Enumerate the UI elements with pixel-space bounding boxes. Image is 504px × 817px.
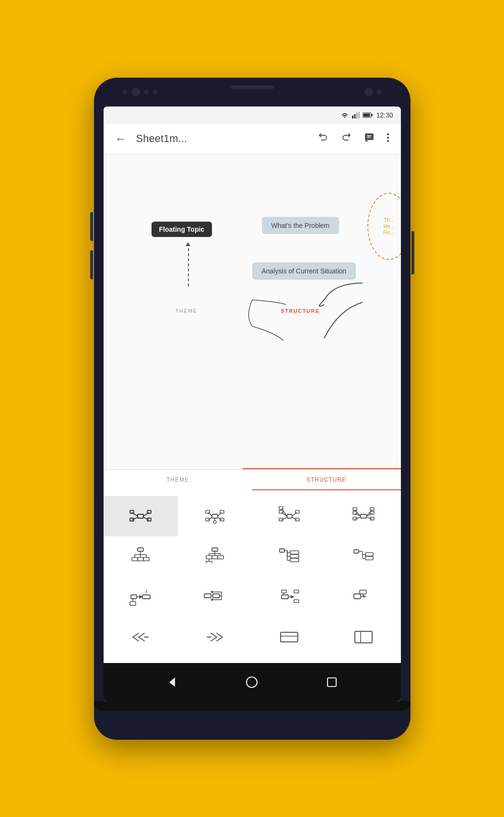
nav-recent-button[interactable] — [322, 673, 341, 692]
phone-speaker — [231, 85, 274, 89]
signal-icon — [352, 112, 360, 118]
format-button[interactable] — [360, 128, 379, 150]
svg-rect-135 — [328, 678, 336, 687]
theme-tab-label: THEME — [176, 308, 198, 314]
svg-rect-3 — [359, 112, 360, 118]
icon-cell-mindmap-2[interactable] — [178, 496, 252, 536]
more-options-button[interactable] — [383, 128, 393, 150]
front-camera — [364, 88, 373, 96]
nav-home-button[interactable] — [242, 673, 261, 692]
svg-rect-1 — [354, 114, 356, 118]
icon-cell-tree-4[interactable] — [327, 536, 401, 577]
icon-cell-arrow-left[interactable] — [104, 617, 178, 657]
icon-cell-tree-1[interactable] — [104, 536, 178, 577]
dot-4 — [377, 90, 382, 95]
volume-up-button[interactable] — [90, 212, 93, 241]
status-time: 12:30 — [376, 111, 393, 119]
floating-topic-node[interactable]: Floating Topic — [152, 222, 212, 237]
problem-node[interactable]: What's the Problem — [262, 217, 340, 234]
svg-rect-91 — [354, 550, 359, 553]
svg-rect-23 — [212, 514, 218, 518]
icon-cell-tree-3[interactable] — [252, 536, 327, 577]
phone-screen: 12:30 ← Sheet1m... — [104, 107, 401, 701]
svg-rect-105 — [204, 594, 211, 598]
status-bar: 12:30 — [104, 107, 401, 124]
icon-cell-panel-1[interactable] — [252, 617, 327, 657]
svg-line-24 — [208, 512, 212, 516]
phone-top-bar — [94, 78, 410, 107]
nav-back-button[interactable] — [163, 673, 182, 692]
bottom-nav — [104, 663, 401, 701]
svg-point-11 — [387, 133, 388, 135]
hub-text-2: Ide... — [383, 224, 394, 229]
dot-1 — [123, 90, 128, 95]
svg-rect-118 — [281, 590, 286, 593]
dot-3 — [152, 90, 157, 95]
svg-line-36 — [281, 517, 287, 520]
svg-rect-107 — [213, 594, 220, 598]
svg-rect-115 — [281, 595, 288, 599]
phone-frame: 12:30 ← Sheet1m... — [94, 78, 410, 740]
wifi-icon — [340, 112, 349, 118]
svg-rect-122 — [354, 594, 361, 599]
icon-cell-tree-2[interactable] — [178, 536, 252, 577]
svg-rect-97 — [365, 557, 373, 560]
icon-cell-mindmap-4[interactable] — [327, 496, 401, 536]
icon-cell-panel-2[interactable] — [327, 617, 401, 657]
camera-dot — [131, 88, 140, 96]
icon-cell-flow-4[interactable] — [327, 577, 401, 617]
document-title: Sheet1m... — [136, 132, 308, 145]
redo-button[interactable] — [337, 128, 356, 150]
svg-point-12 — [387, 136, 388, 138]
svg-rect-120 — [294, 590, 299, 593]
phone-bottom-bar — [94, 701, 410, 711]
svg-marker-124 — [363, 595, 366, 598]
back-button[interactable]: ← — [111, 128, 130, 149]
icon-cell-flow-1[interactable] — [104, 577, 178, 617]
undo-button[interactable] — [314, 128, 333, 150]
tab-theme[interactable]: THEME — [104, 470, 252, 490]
svg-rect-125 — [360, 590, 366, 594]
svg-rect-74 — [206, 556, 212, 559]
svg-rect-0 — [352, 116, 353, 118]
svg-rect-45 — [361, 514, 366, 518]
dashed-connector — [188, 243, 189, 286]
svg-line-16 — [132, 517, 138, 520]
svg-marker-113 — [210, 591, 213, 593]
power-button[interactable] — [411, 231, 414, 274]
svg-rect-89 — [290, 555, 299, 558]
svg-rect-58 — [138, 548, 143, 551]
volume-down-button[interactable] — [90, 250, 93, 279]
svg-line-27 — [218, 517, 222, 520]
svg-marker-133 — [169, 677, 175, 687]
svg-rect-2 — [356, 113, 358, 118]
analysis-node[interactable]: Analysis of Current Situation — [252, 262, 356, 280]
icon-cell-flow-2[interactable] — [178, 577, 252, 617]
canvas-area[interactable]: Floating Topic What's the Problem Analys… — [104, 154, 401, 469]
svg-rect-88 — [290, 551, 299, 554]
svg-rect-6 — [363, 113, 370, 117]
icon-cell-flow-3[interactable] — [252, 577, 327, 617]
svg-marker-117 — [291, 595, 294, 598]
tab-bar: THEME STRUCTURE — [104, 469, 401, 490]
svg-line-26 — [218, 512, 222, 516]
arrow-up — [186, 242, 190, 246]
svg-rect-76 — [218, 556, 223, 559]
svg-rect-5 — [372, 114, 373, 116]
icon-cell-mindmap-3[interactable] — [252, 496, 327, 536]
svg-rect-98 — [131, 595, 137, 599]
svg-rect-129 — [281, 632, 298, 642]
svg-rect-67 — [212, 548, 218, 551]
structure-tab-label: STRUCTURE — [281, 308, 320, 314]
svg-marker-114 — [210, 598, 213, 601]
svg-line-18 — [143, 517, 149, 520]
icon-cell-arrow-right[interactable] — [178, 617, 252, 657]
svg-rect-66 — [143, 557, 149, 561]
tab-structure[interactable]: STRUCTURE — [252, 470, 401, 490]
icon-cell-mindmap-full[interactable] — [104, 496, 178, 536]
icon-grid — [104, 490, 401, 663]
svg-rect-96 — [365, 553, 373, 556]
app-toolbar: ← Sheet1m... — [104, 124, 401, 154]
battery-icon — [363, 112, 373, 118]
canvas-svg — [104, 154, 401, 469]
